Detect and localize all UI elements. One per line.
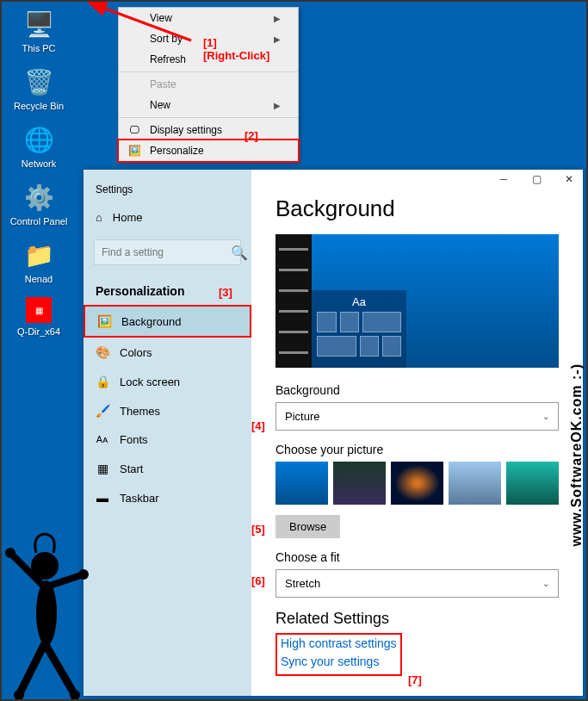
choose-picture-label: Choose your picture xyxy=(275,443,559,456)
menu-separator xyxy=(119,71,298,72)
minimize-button[interactable]: ─ xyxy=(495,173,512,185)
nav-label: Themes xyxy=(120,405,160,418)
thumbnail-3[interactable] xyxy=(391,462,443,505)
preview-taskbar xyxy=(275,234,312,368)
desktop-preview: Aa xyxy=(275,234,559,368)
home-icon: ⌂ xyxy=(96,211,102,224)
taskbar-icon: ▬ xyxy=(96,491,109,505)
desktop-icon-qdir[interactable]: ▦ Q-Dir_x64 xyxy=(9,297,69,337)
related-settings-title: Related Settings xyxy=(275,610,559,628)
watermark-text: www.SoftwareOK.com :-) xyxy=(569,363,585,547)
display-icon: 🖵 xyxy=(127,123,141,137)
page-title: Background xyxy=(275,195,559,222)
sidebar-item-colors[interactable]: 🎨 Colors xyxy=(84,338,251,367)
preview-sample-text: Aa xyxy=(317,295,401,308)
maximize-button[interactable]: ▢ xyxy=(528,173,545,185)
menu-item-new[interactable]: New ▶ xyxy=(119,95,298,115)
menu-item-personalize[interactable]: 🖼️ Personalize xyxy=(117,139,300,163)
thumbnail-2[interactable] xyxy=(333,462,386,505)
title-bar-controls: ─ ▢ ✕ xyxy=(495,173,578,185)
sidebar-item-start[interactable]: ▦ Start xyxy=(84,454,251,483)
search-input[interactable] xyxy=(102,246,231,258)
svg-line-0 xyxy=(101,7,191,40)
settings-content: ─ ▢ ✕ Background Aa Background Picture ⌄… xyxy=(251,170,583,696)
choose-fit-label: Choose a fit xyxy=(275,550,559,564)
menu-label: New xyxy=(150,99,170,111)
nav-label: Background xyxy=(121,315,181,328)
icon-label: Q-Dir_x64 xyxy=(9,326,69,337)
dropdown-value: Stretch xyxy=(285,577,320,590)
desktop-icon-user[interactable]: 📁 Nenad xyxy=(9,239,69,284)
icon-label: This PC xyxy=(9,43,69,53)
link-sync-settings[interactable]: Sync your settings xyxy=(281,654,397,668)
chevron-right-icon: ▶ xyxy=(274,14,281,23)
picture-thumbnails xyxy=(275,462,559,505)
themes-icon: 🖌️ xyxy=(96,404,109,418)
menu-label: Refresh xyxy=(150,53,186,65)
sidebar-item-taskbar[interactable]: ▬ Taskbar xyxy=(84,483,251,512)
thumbnail-1[interactable] xyxy=(275,462,328,505)
icon-label: Recycle Bin xyxy=(9,101,69,111)
controlpanel-icon: ⚙️ xyxy=(23,182,54,213)
thumbnail-4[interactable] xyxy=(449,462,501,505)
nav-label: Fonts xyxy=(120,433,148,446)
desktop-icon-recyclebin[interactable]: 🗑️ Recycle Bin xyxy=(9,66,69,111)
user-folder-icon: 📁 xyxy=(23,239,54,270)
picture-icon: 🖼️ xyxy=(97,314,111,328)
chevron-right-icon: ▶ xyxy=(274,34,281,44)
preview-start: Aa xyxy=(312,290,406,368)
recyclebin-icon: 🗑️ xyxy=(23,66,54,97)
menu-item-displaysettings[interactable]: 🖵 Display settings xyxy=(119,120,298,140)
lock-icon: 🔒 xyxy=(96,375,109,388)
search-box[interactable]: 🔍 xyxy=(94,239,241,265)
menu-label: Display settings xyxy=(150,124,222,136)
icon-label: Nenad xyxy=(9,274,69,284)
home-label: Home xyxy=(113,211,143,224)
menu-label: Paste xyxy=(150,78,176,90)
link-high-contrast[interactable]: High contrast settings xyxy=(281,636,397,650)
sidebar-item-lockscreen[interactable]: 🔒 Lock screen xyxy=(84,367,251,396)
settings-sidebar: Settings ⌂ Home 🔍 Personalization 🖼️ Bac… xyxy=(84,170,251,696)
browse-label: Browse xyxy=(289,520,326,533)
arrow-annotation xyxy=(88,2,208,53)
svg-point-6 xyxy=(70,690,80,699)
sidebar-section-title: Personalization xyxy=(84,272,251,305)
nav-label: Taskbar xyxy=(120,492,159,505)
sidebar-home[interactable]: ⌂ Home xyxy=(84,202,251,233)
fit-dropdown[interactable]: Stretch ⌄ xyxy=(275,569,559,598)
svg-point-1 xyxy=(31,552,59,580)
browse-button[interactable]: Browse xyxy=(275,515,340,538)
menu-item-paste: Paste xyxy=(119,74,298,95)
settings-window: Settings ⌂ Home 🔍 Personalization 🖼️ Bac… xyxy=(84,170,583,696)
background-label: Background xyxy=(275,383,559,397)
sidebar-item-background[interactable]: 🖼️ Background xyxy=(84,305,251,338)
dropdown-value: Picture xyxy=(285,410,319,423)
fonts-icon: Aᴀ xyxy=(96,434,109,445)
svg-point-3 xyxy=(5,548,15,558)
qdir-icon: ▦ xyxy=(26,297,52,323)
sidebar-item-fonts[interactable]: Aᴀ Fonts xyxy=(84,425,251,454)
desktop-icon-network[interactable]: 🌐 Network xyxy=(9,124,69,169)
pc-icon: 🖥️ xyxy=(23,9,54,40)
personalize-icon: 🖼️ xyxy=(127,144,141,158)
start-icon: ▦ xyxy=(96,462,109,475)
background-type-dropdown[interactable]: Picture ⌄ xyxy=(275,402,559,431)
desktop-icon-controlpanel[interactable]: ⚙️ Control Panel xyxy=(9,182,69,226)
icon-label: Control Panel xyxy=(9,216,69,226)
desktop-icon-thispc[interactable]: 🖥️ This PC xyxy=(9,9,69,53)
menu-separator xyxy=(119,117,298,118)
chevron-down-icon: ⌄ xyxy=(542,579,549,588)
icon-label: Network xyxy=(9,158,69,169)
chevron-down-icon: ⌄ xyxy=(542,412,549,421)
related-links-highlight: High contrast settings Sync your setting… xyxy=(275,633,402,676)
sidebar-item-themes[interactable]: 🖌️ Themes xyxy=(84,396,251,425)
svg-point-5 xyxy=(14,690,24,699)
network-icon: 🌐 xyxy=(23,124,54,155)
close-button[interactable]: ✕ xyxy=(560,173,578,185)
app-title: Settings xyxy=(84,177,251,202)
chevron-right-icon: ▶ xyxy=(274,101,281,110)
thumbnail-5[interactable] xyxy=(506,462,559,505)
search-icon: 🔍 xyxy=(231,245,248,261)
svg-point-2 xyxy=(36,580,57,646)
palette-icon: 🎨 xyxy=(96,345,109,359)
